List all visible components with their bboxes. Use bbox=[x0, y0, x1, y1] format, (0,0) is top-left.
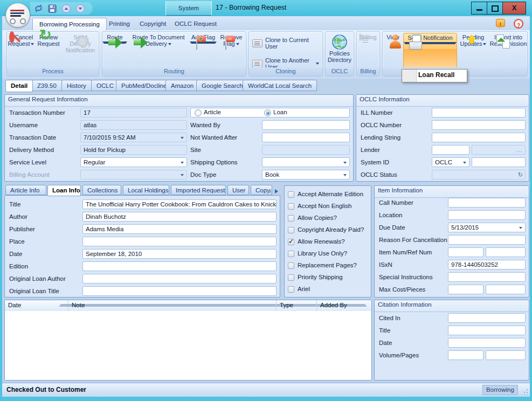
item-num-field[interactable] bbox=[448, 247, 483, 257]
tab-pubmed-docline[interactable]: PubMed/Docline bbox=[116, 80, 172, 91]
allow-copies-checkbox[interactable] bbox=[288, 215, 294, 222]
isxn-field[interactable]: 978-1440503252 bbox=[448, 260, 526, 269]
group-label-oclc: OCLC bbox=[326, 67, 354, 76]
ariel-checkbox[interactable] bbox=[288, 286, 294, 293]
ribbon-tab-copyright[interactable]: Copyright bbox=[133, 18, 172, 30]
date-field[interactable]: September 18, 2010 bbox=[82, 249, 277, 259]
tab-amazon[interactable]: Amazon bbox=[165, 80, 199, 91]
citation-date-field[interactable] bbox=[448, 338, 526, 348]
place-field[interactable] bbox=[82, 237, 277, 246]
refresh-status-icon[interactable]: ↻ bbox=[518, 171, 523, 178]
author-field[interactable]: Dinah Buchotz bbox=[82, 212, 277, 222]
title-field[interactable]: The Unofficial Harry Potter Cookbook: Fr… bbox=[82, 199, 277, 209]
tab-local-holdings[interactable]: Local Holdings bbox=[123, 185, 169, 195]
original-loan-author-field[interactable] bbox=[82, 274, 277, 284]
column-header-type[interactable]: Type bbox=[277, 300, 317, 311]
pages-field[interactable] bbox=[486, 350, 526, 360]
minimize-button[interactable] bbox=[471, 2, 487, 15]
library-use-only-checkbox[interactable] bbox=[288, 251, 294, 257]
column-header-added-by[interactable]: Added By bbox=[317, 300, 371, 311]
transaction-date-field[interactable]: 7/10/2015 9:52 AM bbox=[80, 133, 187, 142]
collapse-icon[interactable] bbox=[60, 3, 72, 14]
tab-loan-info[interactable]: Loan Info bbox=[47, 185, 81, 196]
tab-scroll-left-icon[interactable] bbox=[268, 189, 271, 193]
add-flag-button[interactable]: + Add Flag bbox=[190, 33, 217, 67]
tab-scroll-right-icon[interactable] bbox=[275, 189, 278, 193]
lending-string-field[interactable] bbox=[432, 133, 526, 142]
pieces-field[interactable] bbox=[486, 285, 526, 294]
username-field[interactable]: atlas bbox=[80, 120, 187, 130]
tab-detail[interactable]: Detail bbox=[5, 80, 33, 92]
maximize-button[interactable] bbox=[487, 2, 503, 15]
tab-user[interactable]: User bbox=[227, 185, 249, 195]
publisher-field[interactable]: Adams Media bbox=[82, 224, 277, 234]
view-button[interactable]: View bbox=[383, 33, 403, 67]
close-button[interactable]: X bbox=[502, 2, 526, 15]
tab-z3950[interactable]: Z39.50 bbox=[32, 80, 62, 91]
shipping-options-select[interactable] bbox=[262, 157, 350, 167]
cancel-request-button[interactable]: Cancel Request bbox=[7, 33, 35, 67]
oclc-number-field[interactable] bbox=[432, 120, 526, 130]
location-field[interactable] bbox=[448, 210, 526, 220]
menu-item-loan-recall[interactable]: Loan Recall bbox=[418, 71, 454, 79]
app-icon[interactable] bbox=[5, 3, 30, 27]
special-instructions-field[interactable] bbox=[448, 272, 526, 282]
citation-title-field[interactable] bbox=[448, 326, 526, 335]
tab-article-info[interactable]: Article Info bbox=[5, 185, 46, 195]
tab-history[interactable]: History bbox=[61, 80, 92, 91]
delivery-method-field[interactable]: Hold for Pickup bbox=[80, 145, 187, 155]
service-level-select[interactable]: Regular bbox=[80, 157, 187, 167]
wanted-by-field[interactable] bbox=[262, 120, 350, 130]
expand-icon[interactable] bbox=[74, 3, 86, 14]
feedback-icon[interactable] bbox=[496, 19, 505, 27]
replacement-pages-checkbox[interactable] bbox=[288, 262, 294, 269]
help-icon[interactable] bbox=[514, 19, 523, 29]
original-loan-title-field[interactable] bbox=[82, 286, 277, 296]
max-cost-field[interactable] bbox=[448, 285, 483, 294]
clone-to-current-user-button[interactable]: Clone to Current User bbox=[249, 35, 322, 51]
ref-num-field[interactable] bbox=[486, 247, 526, 257]
ill-number-field[interactable] bbox=[432, 108, 526, 117]
reason-for-cancellation-field[interactable] bbox=[448, 235, 526, 245]
pending-updates-button[interactable]: Pending Updates bbox=[457, 33, 489, 67]
cited-in-field[interactable] bbox=[448, 313, 526, 323]
system-id-number-field[interactable] bbox=[472, 157, 526, 167]
lender-field[interactable] bbox=[432, 145, 469, 155]
volume-field[interactable] bbox=[448, 350, 483, 360]
edition-field[interactable] bbox=[82, 261, 277, 271]
transaction-number-field[interactable]: 17 bbox=[80, 108, 187, 117]
copyright-already-paid-checkbox[interactable] bbox=[288, 227, 294, 233]
tab-collections[interactable]: Collections bbox=[82, 185, 121, 195]
policies-directory-button[interactable]: Policies Directory bbox=[326, 33, 354, 67]
tab-worldcat-local-search[interactable]: WorldCat Local Search bbox=[243, 80, 317, 91]
tab-imported-request[interactable]: Imported Request bbox=[171, 185, 226, 195]
priority-shipping-checkbox[interactable] bbox=[288, 274, 294, 281]
allow-renewals-checkbox[interactable] bbox=[288, 239, 294, 245]
lender-browse-button[interactable]: … bbox=[472, 145, 526, 155]
save-icon[interactable] bbox=[46, 3, 58, 14]
site-field[interactable] bbox=[262, 145, 350, 155]
call-number-field[interactable] bbox=[448, 198, 526, 208]
system-id-select[interactable]: OCLC bbox=[432, 157, 469, 167]
not-wanted-after-field[interactable] bbox=[262, 133, 350, 142]
ribbon-tab-oclc-request[interactable]: OCLC Request bbox=[168, 18, 223, 30]
route-to-document-delivery-button[interactable]: Route To Document Delivery bbox=[127, 33, 190, 67]
article-radio[interactable] bbox=[195, 109, 202, 116]
route-button[interactable]: Route bbox=[102, 33, 127, 67]
due-date-select[interactable]: 5/13/2015 bbox=[448, 223, 526, 232]
notes-table-body[interactable] bbox=[5, 311, 371, 380]
remove-flag-button[interactable]: − Remove Flag bbox=[217, 33, 246, 67]
send-notification-button[interactable]: Send Notification bbox=[403, 33, 457, 68]
tab-google-search[interactable]: Google Search bbox=[196, 80, 248, 91]
import-into-resubmission-button[interactable]: Import into Resubmission bbox=[489, 33, 527, 67]
sync-icon[interactable] bbox=[32, 3, 44, 14]
doc-type-select[interactable]: Book bbox=[262, 170, 350, 179]
tab-oclc[interactable]: OCLC bbox=[91, 80, 119, 91]
ribbon-tab-printing[interactable]: Printing bbox=[102, 18, 136, 30]
column-header-note[interactable]: Note bbox=[68, 300, 277, 311]
resize-grip[interactable] bbox=[522, 389, 528, 395]
accept-alternate-edition-checkbox[interactable] bbox=[288, 191, 294, 198]
loan-radio[interactable] bbox=[264, 109, 271, 116]
accept-non-english-checkbox[interactable] bbox=[288, 203, 294, 210]
renew-request-button[interactable]: Renew Request bbox=[35, 33, 62, 67]
